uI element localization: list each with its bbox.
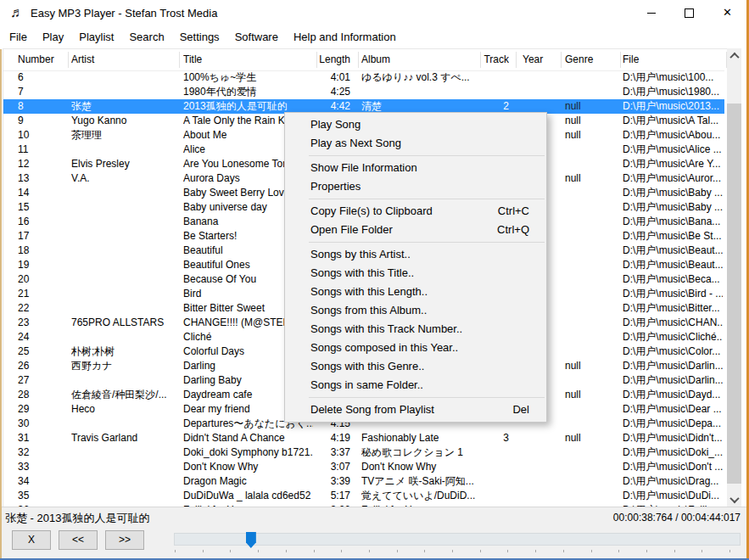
cell-genre: null [565, 431, 616, 445]
cell-number: 9 [18, 114, 65, 128]
menu-item-label: Songs composed in this Year.. [310, 339, 458, 357]
table-row[interactable]: 34Dragon Magic3:39TVアニメ 咲-Saki-阿知...D:\用… [3, 474, 724, 489]
menu-separator [309, 155, 545, 156]
cell-artist [71, 460, 176, 474]
context-menu: Play SongPlay as Next SongShow File Info… [284, 112, 547, 423]
menu-item-songs-with-this-length[interactable]: Songs with this Length.. [285, 283, 546, 301]
cell-genre [565, 417, 616, 431]
minimize-button[interactable] [632, 0, 670, 25]
column-header-artist[interactable]: Artist [71, 49, 176, 70]
cell-file: D:\用户\music\Be St... [623, 229, 723, 244]
cell-genre [565, 244, 616, 258]
cell-file: D:\用户\music\Baby ... [623, 186, 723, 200]
column-header-length[interactable]: Length [313, 49, 350, 70]
menu-item-play-as-next-song[interactable]: Play as Next Song [285, 134, 546, 153]
slider-tick [480, 550, 481, 552]
table-row[interactable]: 33Don't Know Why3:07Don't Know WhyD:\用户\… [3, 460, 724, 474]
scroll-up-button[interactable] [727, 48, 741, 63]
cell-artist: 张楚 [71, 99, 176, 114]
menu-item-show-file-information[interactable]: Show File Information [285, 159, 546, 177]
menu-item-songs-with-this-title[interactable]: Songs with this Title.. [285, 264, 546, 283]
cell-year [523, 460, 556, 474]
menubar-item-help-and-information[interactable]: Help and Information [286, 25, 404, 48]
cell-genre [565, 330, 616, 344]
menu-item-properties[interactable]: Properties [285, 177, 546, 196]
menu-item-shortcut: Ctrl+C [498, 202, 529, 221]
cell-file: D:\用户\music\Are Y... [623, 157, 723, 171]
table-row[interactable]: 32Doki_doki Symphony b1721...3:37秘め歌コレクシ… [3, 445, 724, 460]
vertical-scrollbar[interactable] [727, 48, 741, 507]
menu-item-copy-file-s-to-clipboard[interactable]: Copy File(s) to ClipboardCtrl+C [285, 202, 546, 221]
slider-tick [314, 550, 315, 552]
menubar-item-file[interactable]: File [2, 25, 35, 48]
menu-item-songs-with-this-genre[interactable]: Songs with this Genre.. [285, 357, 546, 376]
table-row[interactable]: 35DuDiDuWa _ lalala cd6ed525:17覚えてていいよ/D… [3, 489, 724, 503]
column-header-title[interactable]: Title [183, 49, 313, 70]
cell-genre [565, 316, 616, 330]
slider-tick [646, 550, 647, 552]
cell-file: D:\用户\music\Beca... [623, 272, 723, 287]
column-header-track[interactable]: Track [478, 49, 509, 70]
column-header-file[interactable]: File [623, 49, 723, 70]
seek-slider-track[interactable] [174, 533, 741, 546]
menu-item-label: Play as Next Song [310, 134, 401, 153]
previous-button[interactable]: << [59, 530, 98, 550]
next-button[interactable]: >> [105, 530, 144, 550]
scroll-down-button[interactable] [727, 492, 741, 507]
window-controls: ✕ [632, 0, 746, 25]
table-row[interactable]: 6100%ちゅ~学生4:01ゆるゆり♪♪ vol.3 すぺ...D:\用户\mu… [3, 70, 724, 85]
cell-length: 5:17 [313, 489, 350, 503]
menu-item-label: Copy File(s) to Clipboard [310, 202, 433, 221]
cell-number: 21 [18, 287, 65, 301]
cell-artist [71, 272, 176, 287]
menubar-item-software[interactable]: Software [227, 25, 286, 48]
menu-item-songs-from-this-album[interactable]: Songs from this Album.. [285, 301, 546, 320]
cell-genre: null [565, 388, 616, 402]
cell-genre: null [565, 114, 616, 128]
menubar-item-settings[interactable]: Settings [172, 25, 227, 48]
table-row[interactable]: 31Travis GarlandDidn't Stand A Chance4:1… [3, 431, 724, 445]
menu-item-songs-composed-in-this-year[interactable]: Songs composed in this Year.. [285, 339, 546, 357]
menu-item-delete-song-from-playlist[interactable]: Delete Song from PlaylistDel [285, 400, 546, 419]
maximize-button[interactable] [670, 0, 708, 25]
cell-artist: Yugo Kanno [71, 114, 176, 128]
stop-button[interactable]: X [12, 530, 51, 550]
column-header-genre[interactable]: Genre [565, 49, 616, 70]
cell-year [523, 85, 556, 99]
menubar-item-play[interactable]: Play [35, 25, 71, 48]
cell-length: 3:07 [313, 460, 350, 474]
menubar-item-playlist[interactable]: Playlist [71, 25, 121, 48]
menu-item-songs-with-this-track-number[interactable]: Songs with this Track Number.. [285, 320, 546, 339]
menu-separator [309, 199, 545, 199]
table-row[interactable]: 71980年代的爱情4:25D:\用户\music\1980... [3, 85, 724, 99]
now-playing-label: 张楚 - 2013孤独的人是可耻的 [5, 511, 149, 526]
column-header-year[interactable]: Year [523, 49, 556, 70]
cell-file: D:\用户\music\Cliché... [623, 330, 723, 344]
column-header-album[interactable]: Album [361, 49, 478, 70]
close-button[interactable]: ✕ [708, 0, 746, 25]
cell-artist: 西野カナ [71, 359, 176, 373]
menubar-item-search[interactable]: Search [121, 25, 171, 48]
menu-bar: FilePlayPlaylistSearchSettingsSoftwareHe… [0, 25, 749, 48]
cell-length: 4:19 [313, 431, 350, 445]
cell-file: D:\用户\music\A Tal... [623, 114, 723, 128]
cell-track [478, 460, 509, 474]
scrollbar-thumb[interactable] [727, 104, 741, 484]
cell-number: 29 [18, 402, 65, 417]
slider-tick [701, 550, 702, 552]
seek-slider-thumb[interactable] [246, 532, 256, 548]
column-header-number[interactable]: Number [18, 49, 65, 70]
menu-item-play-song[interactable]: Play Song [285, 115, 546, 134]
cell-album: Don't Know Why [361, 460, 478, 474]
cell-artist [71, 287, 176, 301]
menu-item-songs-by-this-artist[interactable]: Songs by this Artist.. [285, 245, 546, 264]
cell-file: D:\用户\music\Bitter... [623, 301, 723, 316]
menu-item-open-file-folder[interactable]: Open File FolderCtrl+Q [285, 221, 546, 239]
slider-tick [258, 550, 259, 552]
header-divider [68, 52, 69, 68]
menu-item-shortcut: Del [512, 400, 529, 419]
cell-number: 10 [18, 128, 65, 143]
cell-file: D:\用户\music\Drag... [623, 474, 723, 489]
maximize-icon [685, 8, 694, 18]
menu-item-songs-in-same-folder[interactable]: Songs in same Folder.. [285, 376, 546, 395]
